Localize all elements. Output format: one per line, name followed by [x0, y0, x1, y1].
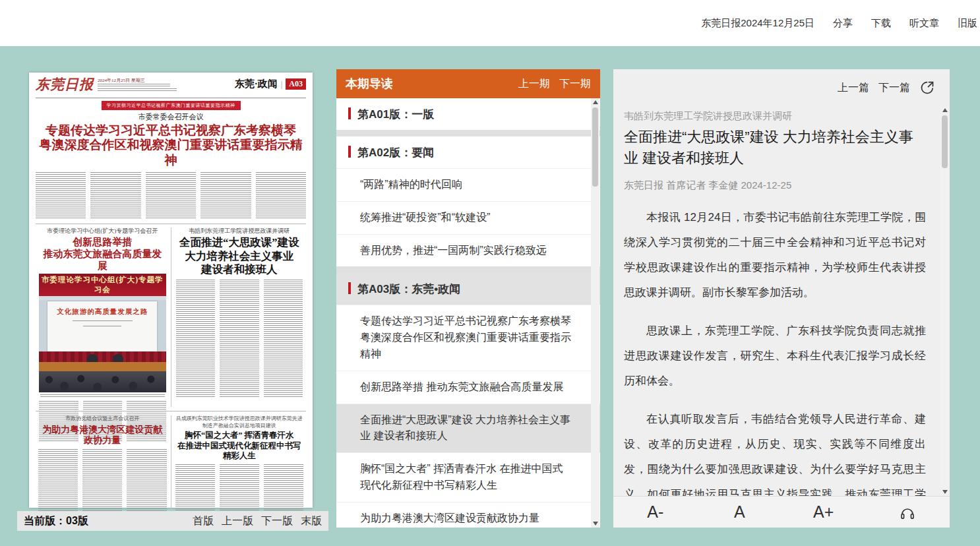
toc-section-row[interactable]: 第A01版：一版	[336, 98, 600, 130]
toc-article-item[interactable]: 专题传达学习习近平总书记视察广东考察横琴 粤澳深度合作区和视察澳门重要讲话重要指…	[336, 305, 600, 370]
article-kicker: 市委理论学习中心组(扩大)专题学习会召开	[39, 228, 166, 235]
newsprint-text-block	[83, 326, 121, 327]
toc-section-label: 第A02版：要闻	[357, 146, 434, 159]
toc-section-row[interactable]: 第A03版：东莞•政闻	[336, 273, 600, 305]
page-number-badge: A03	[286, 78, 306, 90]
font-normal-button[interactable]: A	[698, 502, 782, 522]
scroll-up-icon[interactable]	[942, 106, 948, 114]
article-kicker: 吕成蹊到东莞职业技术学院讲授思政课并调研东莞先进制造产教融合实训基地项目建设	[175, 415, 304, 429]
font-larger-button[interactable]: A+	[781, 502, 866, 522]
toc-section-gap	[336, 266, 600, 273]
toc-list: 第A01版：一版第A02版：要闻“两路”精神的时代回响统筹推进“硬投资”和“软建…	[336, 98, 600, 528]
article-block-youth: 吕成蹊到东莞职业技术学院讲授思政课并调研东莞先进制造产教融合实训基地项目建设 胸…	[173, 415, 307, 526]
scrollbar-thumb[interactable]	[942, 115, 948, 168]
reader-font-controls: A- A A+	[613, 496, 950, 528]
conference-photo: 文化旅游的高质量发展之路	[39, 296, 166, 392]
divider	[36, 224, 306, 224]
newspaper-masthead: 东莞日报 2024年12月25日 星期三 东莞·政闻 | A03	[36, 78, 306, 96]
toc-article-item[interactable]: 创新思路举措 推动东莞文旅融合高质量发展	[336, 371, 600, 404]
lead-kicker: 市委常委会召开会议	[36, 112, 306, 122]
page-pager-bar: 当前版：03版 首版 上一版 下一版 末版	[17, 511, 328, 531]
photo-banner: 市委理论学习中心组(扩大)专题学习会	[39, 274, 166, 296]
lead-headline: 专题传达学习习近平总书记视察广东考察横琴 粤澳深度合作区和视察澳门重要讲话重要指…	[36, 123, 306, 167]
next-page-button[interactable]: 下一版	[261, 514, 293, 528]
next-issue-button[interactable]: 下一期	[559, 77, 591, 91]
article-byline: 东莞日报 首席记者 李金健 2024-12-25	[624, 179, 926, 192]
article-headline: 创新思路举措 推动东莞文旅融合高质量发展	[39, 236, 166, 272]
last-page-button[interactable]: 末版	[301, 514, 322, 528]
article-content: 韦皓到东莞理工学院讲授思政课并调研 全面推进“大思政课”建设 大力培养社会主义事…	[613, 102, 940, 496]
article-title: 全面推进“大思政课”建设 大力培养社会主义事业 建设者和接班人	[624, 127, 926, 169]
newsprint-text-block	[98, 84, 170, 87]
toc-article-item[interactable]: 为助力粤港澳大湾区建设贡献政协力量	[336, 502, 600, 528]
prev-issue-button[interactable]: 上一期	[518, 77, 550, 91]
article-scrollbar[interactable]	[940, 106, 949, 496]
toc-article-item[interactable]: 胸怀“国之大者” 挥洒青春汗水 在推进中国式现代化新征程中书写精彩人生	[336, 452, 600, 502]
prev-article-button[interactable]: 上一篇	[838, 81, 869, 95]
article-kicker: 韦皓到东莞理工学院讲授思政课并调研	[624, 110, 926, 123]
next-article-button[interactable]: 下一篇	[878, 81, 910, 95]
section-red-bar-icon	[348, 146, 351, 158]
newsprint-text-block	[38, 449, 167, 512]
scroll-up-icon[interactable]	[592, 98, 598, 106]
newsprint-text-block	[73, 320, 133, 322]
article-block-sizheng: 韦皓到东莞理工学院讲授思政课并调研 全面推进“大思政课”建设 大力培养社会主义事…	[173, 228, 307, 407]
toc-scrollbar[interactable]	[591, 98, 599, 528]
article-headline: 为助力粤港澳大湾区建设贡献政协力量	[38, 425, 167, 447]
article-paragraph: 思政课上，东莞理工学院、广东科技学院负责同志就推进思政课建设作发言，研究生、本科…	[624, 318, 926, 394]
column-divider	[171, 415, 171, 526]
section-red-bar-icon	[348, 107, 351, 119]
toc-article-item[interactable]: 统筹推进“硬投资”和“软建设”	[336, 201, 600, 234]
share-button[interactable]: 分享	[833, 17, 853, 30]
headphones-icon	[899, 504, 916, 522]
article-paragraph: 本报讯 12月24日，市委书记韦皓前往东莞理工学院，围绕深入学习贯彻党的二十届三…	[624, 205, 926, 305]
photo-audience	[39, 371, 166, 392]
article-block-zhengxie: 市政协党组会议暨主席会议召开 为助力粤港澳大湾区建设贡献政协力量	[36, 415, 169, 526]
masthead-separator: |	[281, 79, 283, 90]
toc-section-gap	[336, 130, 600, 136]
prev-page-button[interactable]: 上一版	[222, 514, 253, 528]
projection-screen: 文化旅游的高质量发展之路	[47, 301, 157, 351]
toc-header: 本期导读 上一期 下一期	[336, 69, 600, 98]
scrollbar-thumb[interactable]	[592, 107, 598, 187]
reader-toolbar: 上一篇 下一篇	[613, 69, 950, 98]
toc-article-item[interactable]: 善用优势，推进“一国两制”实践行稳致远	[336, 234, 600, 267]
scroll-down-icon[interactable]	[592, 520, 598, 528]
article-kicker: 市政协党组会议暨主席会议召开	[38, 415, 167, 422]
scroll-down-icon[interactable]	[942, 488, 948, 496]
photo-curtain	[39, 351, 166, 362]
toc-section-label: 第A03版：东莞•政闻	[357, 283, 460, 295]
newsprint-text-block	[176, 280, 303, 397]
listen-article-button[interactable]: 听文章	[909, 17, 939, 30]
download-button[interactable]: 下载	[871, 17, 891, 30]
article-reader-panel: 上一篇 下一篇 韦皓到东莞理工学院讲授思政课并调研 全面推进“大思政课”建设 大…	[613, 69, 950, 528]
first-page-button[interactable]: 首版	[193, 514, 214, 528]
newsprint-text-block	[36, 172, 306, 220]
photo-caption	[40, 394, 165, 398]
font-smaller-button[interactable]: A-	[613, 502, 698, 522]
top-bar: 东莞日报2024年12月25日 分享 下载 听文章 旧版	[0, 0, 980, 46]
article-paragraph: 在认真听取发言后，韦皓结合党领导人民进行革命、建设、改革的历史进程，从历史、现实…	[624, 407, 926, 496]
toc-article-item[interactable]: 全面推进“大思政课”建设 大力培养社会主义事业 建设者和接班人	[336, 404, 600, 453]
toc-section-label: 第A01版：一版	[357, 108, 434, 121]
section-red-bar-icon	[348, 282, 351, 294]
toc-article-item[interactable]: “两路”精神的时代回响	[336, 168, 600, 201]
toc-section-row[interactable]: 第A02版：要闻	[336, 136, 600, 168]
open-share-icon[interactable]	[919, 80, 935, 96]
column-divider	[171, 228, 171, 407]
article-kicker: 韦皓到东莞理工学院讲授思政课并调研	[176, 228, 303, 235]
listen-control[interactable]	[866, 502, 950, 522]
article-headline: 胸怀“国之大者” 挥洒青春汗水 在推进中国式现代化新征程中书写精彩人生	[175, 431, 304, 462]
newsprint-text-block	[98, 88, 177, 92]
masthead-rule	[36, 98, 306, 98]
masthead-date: 2024年12月25日 星期三	[98, 78, 177, 83]
theme-banner: 学习贯彻习近平总书记视察广东澳门重要讲话重要指示精神	[102, 101, 241, 110]
newspaper-logo: 东莞日报	[36, 78, 94, 92]
old-version-button[interactable]: 旧版	[958, 17, 977, 30]
masthead-info: 2024年12月25日 星期三	[98, 78, 177, 92]
newspaper-page-image[interactable]: 东莞日报 2024年12月25日 星期三 东莞·政闻 | A03 学习贯彻习近平…	[29, 73, 313, 508]
article-headline: 全面推进“大思政课”建设 大力培养社会主义事业 建设者和接班人	[176, 236, 303, 276]
page-section-name: 东莞·政闻	[235, 78, 278, 90]
toc-panel: 本期导读 上一期 下一期 第A01版：一版第A02版：要闻“两路”精神的时代回响…	[336, 69, 600, 528]
current-page-label: 当前版：03版	[24, 514, 88, 528]
